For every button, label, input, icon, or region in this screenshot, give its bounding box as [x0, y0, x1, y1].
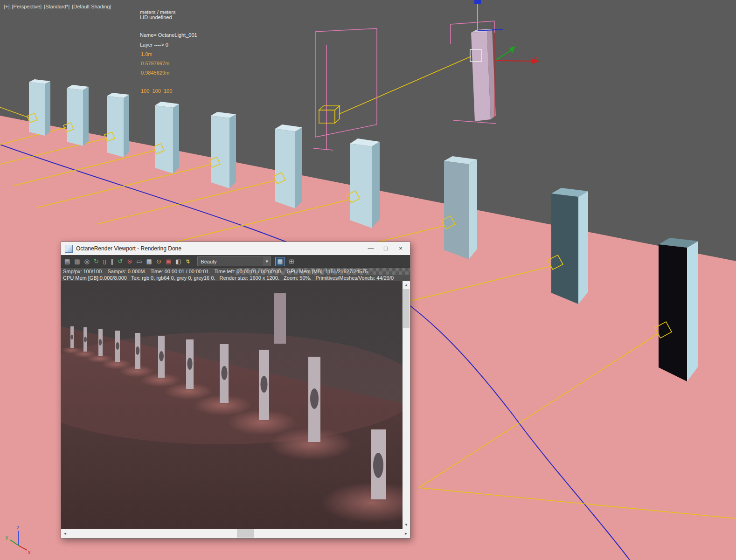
refresh-render-icon[interactable]: ↻ [94, 257, 99, 266]
octane-render-window[interactable]: OctaneRender Viewport - Rendering Done —… [61, 242, 410, 539]
viewport-menu-shading[interactable]: [Default Shading] [72, 4, 111, 9]
stats-line-1: Smp/px: 100/100. Samp/s: 0.000M. Time: 0… [61, 268, 410, 275]
horizontal-scroll-thumb[interactable] [237, 529, 254, 538]
gizmo-z-handle[interactable] [474, 0, 481, 4]
world-axis-tripod: z y x [3, 523, 35, 556]
viewport-menu-general[interactable]: [+] [4, 4, 10, 9]
copy-image-icon[interactable]: ▥ [74, 257, 80, 266]
maximize-button[interactable]: □ [378, 242, 393, 255]
octane-app-icon [65, 245, 73, 253]
scroll-left-icon[interactable]: ◄ [61, 529, 69, 538]
save-render-icon[interactable]: ▤ [64, 257, 70, 266]
vertical-scroll-track[interactable] [403, 328, 410, 521]
scroll-down-icon[interactable]: ▼ [403, 521, 410, 529]
pillar-10[interactable] [659, 238, 698, 381]
scroll-right-icon[interactable]: ► [402, 529, 410, 538]
render-emitter [274, 293, 286, 344]
render-window-titlebar[interactable]: OctaneRender Viewport - Rendering Done —… [61, 242, 410, 255]
pillar-1[interactable] [29, 79, 50, 136]
hud-width: 0.5797997m [141, 61, 169, 66]
hud-length: 1.0m [141, 51, 152, 57]
render-pass-dropdown[interactable]: Beauty ▾ [197, 256, 271, 266]
focus-picker-icon[interactable]: ▣ [166, 257, 171, 266]
render-toolbar: ▤ ▥ ◎ ↻ ▯ ∥ ↺ ⊗ ▭ ▦ ⊙ ▣ ◧ ↯ Beauty ▾ ▦ ⊞ [61, 255, 410, 268]
render-priority-icon[interactable]: ↯ [185, 257, 190, 266]
white-balance-picker-icon[interactable]: ◧ [175, 257, 181, 266]
viewport-label: [+] [Perspective] [Standard*] [Default S… [4, 4, 111, 9]
render-passes-icon[interactable]: ▦ [275, 257, 285, 266]
pillar-4[interactable] [155, 102, 179, 173]
render-window-title: OctaneRender Viewport - Rendering Done [75, 245, 363, 252]
hud-height: 0.9845629m [141, 70, 169, 76]
viewport-menu-renderer[interactable]: [Standard*] [44, 4, 69, 9]
zoom-fit-icon[interactable]: ◎ [84, 257, 90, 266]
pause-render-icon[interactable]: ∥ [111, 257, 114, 266]
chevron-down-icon[interactable]: ▾ [263, 257, 271, 266]
hud-layer: Layer ----> 0 [140, 42, 168, 48]
stats-line-2: CPU Mem [GB]:0.000/8.000 Tex: rgb 0, rgb… [61, 275, 410, 281]
hud-object-name: Name= OctaneLight_001 [140, 32, 197, 38]
rendered-image[interactable] [61, 281, 403, 529]
material-picker-icon[interactable]: ⊙ [156, 257, 161, 266]
pillar-5[interactable] [211, 112, 236, 188]
pillar-3[interactable] [107, 93, 129, 157]
scroll-up-icon[interactable]: ▲ [403, 281, 410, 289]
pillar-8[interactable] [444, 156, 477, 259]
minimize-button[interactable]: — [363, 242, 378, 255]
stop-render-icon[interactable]: ⊗ [127, 257, 132, 266]
render-statsbar: Smp/px: 100/100. Samp/s: 0.000M. Time: 0… [61, 268, 410, 281]
subsampling-icon[interactable]: ▦ [146, 257, 152, 266]
axis-z-label: z [17, 525, 20, 530]
axis-y-label: y [6, 534, 8, 540]
hud-rgb: 100 100 100 [141, 88, 172, 94]
axis-x-label: x [28, 549, 31, 555]
close-button[interactable]: × [393, 242, 408, 255]
max-viewport: x [+] [Perspective] [Standard*] [Default… [0, 0, 736, 560]
vertical-scroll-thumb[interactable] [403, 289, 410, 328]
restart-render-icon[interactable]: ↺ [118, 257, 123, 266]
lock-resolution-icon[interactable]: ▯ [103, 257, 106, 266]
pillar-9[interactable] [551, 188, 588, 304]
render-pass-value: Beauty [201, 259, 216, 264]
vertical-scrollbar[interactable]: ▲ ▼ [403, 281, 410, 529]
region-render-icon[interactable]: ▭ [136, 257, 142, 266]
horizontal-scrollbar[interactable]: ◄ ► [61, 529, 410, 538]
hud-lid: LID undefined [140, 14, 172, 20]
pillar-7[interactable] [350, 138, 380, 228]
horizontal-scroll-track[interactable] [69, 529, 402, 538]
pillar-6[interactable] [275, 124, 302, 208]
gizmo-x-label: x [535, 55, 538, 60]
pillar-2[interactable] [67, 85, 89, 146]
viewport-menu-pov[interactable]: [Perspective] [12, 4, 42, 9]
render-layers-icon[interactable]: ⊞ [289, 257, 294, 266]
